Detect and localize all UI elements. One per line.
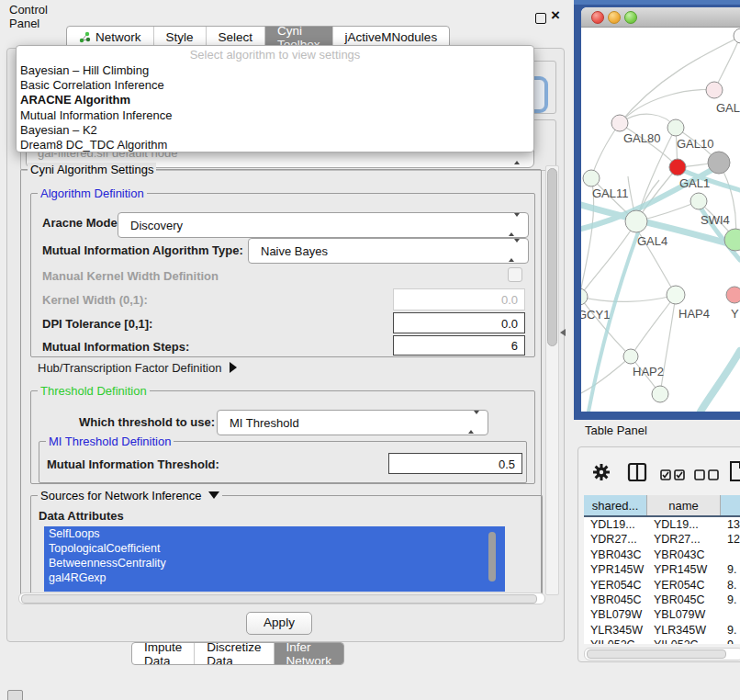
column-header[interactable]: A: [721, 495, 740, 515]
table-cell[interactable]: YLR345W: [584, 623, 647, 638]
table-cell[interactable]: [721, 548, 740, 562]
settings-hscrollbar[interactable]: [18, 593, 545, 604]
split-columns-icon[interactable]: [627, 462, 647, 486]
list-item[interactable]: BetweennessCentrality: [44, 556, 505, 570]
table-cell[interactable]: YDL19...: [584, 517, 647, 532]
table-cell[interactable]: YBR045C: [647, 593, 721, 607]
settings-hscrollbar-thumb[interactable]: [21, 594, 537, 604]
network-node[interactable]: [669, 159, 686, 175]
table-row[interactable]: YDL19...YDL19...13: [584, 517, 740, 532]
table-row[interactable]: YBR043CYBR043C: [584, 548, 740, 562]
network-window-titlebar[interactable]: [581, 7, 740, 28]
popup-item-bayesian-hill-climbing[interactable]: Bayesian – Hill Climbing: [17, 63, 533, 78]
deselect-checkboxes-icon[interactable]: [694, 468, 719, 484]
apply-button[interactable]: Apply: [246, 612, 312, 635]
network-node[interactable]: [708, 152, 730, 174]
popup-item-aracne[interactable]: ARACNE Algorithm: [17, 93, 533, 107]
minimize-traffic-light[interactable]: [608, 11, 621, 24]
table-cell[interactable]: YLR345W: [647, 623, 721, 638]
table-row[interactable]: YDR27...YDR27...12: [584, 532, 740, 547]
list-item[interactable]: SelfLoops: [44, 526, 505, 541]
hub-definition-toggle[interactable]: Hub/Transcription Factor Definition: [38, 361, 237, 375]
table-cell[interactable]: YPR145W: [647, 562, 721, 577]
network-node[interactable]: [611, 115, 628, 131]
network-node[interactable]: [726, 287, 740, 303]
table-row[interactable]: YBL079WYBL079W: [584, 607, 740, 622]
algorithm-definition-group: Algorithm Definition Aracne Mode: Discov…: [30, 193, 535, 357]
aracne-mode-combo[interactable]: Discovery: [118, 212, 529, 238]
column-header[interactable]: shared...: [584, 495, 647, 515]
mi-steps-field[interactable]: 6: [393, 335, 525, 356]
manual-kernel-checkbox[interactable]: [508, 267, 522, 282]
table-cell[interactable]: YER054C: [647, 578, 721, 593]
network-node[interactable]: [581, 288, 588, 305]
settings-scrollbar-thumb[interactable]: [547, 168, 557, 346]
table-cell[interactable]: YBR045C: [584, 593, 647, 607]
network-node[interactable]: [706, 82, 723, 98]
kernel-width-field[interactable]: 0.0: [393, 288, 525, 310]
table-row[interactable]: YPR145WYPR145W9.: [584, 562, 740, 577]
network-node[interactable]: [625, 210, 647, 232]
table-row[interactable]: YER054CYER054C8.: [584, 578, 740, 593]
tab-discretize-data[interactable]: Discretize Data: [194, 643, 273, 664]
table-hscrollbar[interactable]: [584, 648, 740, 660]
network-node[interactable]: [734, 28, 740, 43]
list-item[interactable]: TopologicalCoefficient: [44, 541, 505, 556]
popup-item-basic-correlation[interactable]: Basic Correlation Inference: [17, 78, 533, 93]
table-cell[interactable]: YDR27...: [647, 532, 721, 547]
popup-item-dream8[interactable]: Dream8 DC_TDC Algorithm: [17, 138, 533, 152]
network-node[interactable]: [583, 170, 600, 186]
popup-item-bayesian-k2[interactable]: Bayesian – K2: [17, 123, 533, 138]
dpi-tolerance-field[interactable]: 0.0: [393, 312, 525, 333]
table-cell[interactable]: 13: [721, 517, 740, 532]
popup-item-mutual-information[interactable]: Mutual Information Inference: [17, 108, 533, 123]
table-cell[interactable]: YPR145W: [584, 562, 647, 577]
list-scrollbar-thumb[interactable]: [488, 532, 496, 581]
minimized-panel-icon[interactable]: [7, 690, 23, 700]
table-row[interactable]: YBR045CYBR045C9.: [584, 593, 740, 607]
float-icon[interactable]: [535, 13, 546, 24]
mi-threshold-field[interactable]: 0.5: [388, 453, 522, 474]
table-cell[interactable]: 12: [721, 532, 740, 547]
close-icon[interactable]: ×: [551, 7, 560, 24]
table-cell[interactable]: [721, 607, 740, 622]
network-node[interactable]: [667, 286, 685, 304]
mi-type-combo[interactable]: Naive Bayes: [248, 238, 529, 264]
table-row[interactable]: YIL052CYIL052C9: [584, 638, 740, 644]
zoom-traffic-light[interactable]: [624, 11, 637, 24]
network-node[interactable]: [667, 119, 684, 136]
column-header[interactable]: name: [647, 495, 721, 515]
table-cell[interactable]: YIL052C: [584, 638, 647, 644]
table-cell[interactable]: YBL079W: [647, 607, 721, 622]
table-cell[interactable]: 9: [721, 638, 740, 644]
table-cell[interactable]: YBL079W: [584, 607, 647, 622]
select-all-checkboxes-icon[interactable]: [660, 468, 685, 484]
network-node[interactable]: [652, 386, 668, 402]
table-cell[interactable]: 9.: [721, 593, 740, 607]
sources-group-title[interactable]: Sources for Network Inference: [38, 489, 222, 502]
table-cell[interactable]: 8.: [721, 578, 740, 593]
table-cell[interactable]: YBR043C: [647, 548, 721, 562]
network-node[interactable]: [623, 349, 638, 364]
table-cell[interactable]: 9.: [721, 623, 740, 638]
network-node[interactable]: [690, 193, 707, 209]
table-cell[interactable]: YIL052C: [647, 638, 721, 644]
table-hscrollbar-thumb[interactable]: [587, 649, 726, 659]
which-threshold-combo[interactable]: MI Threshold: [217, 410, 488, 435]
list-item[interactable]: gal4RGexp: [44, 570, 505, 585]
table-row[interactable]: YLR345WYLR345W9.: [584, 623, 740, 638]
page-icon[interactable]: [729, 460, 740, 486]
table-cell[interactable]: YDL19...: [647, 517, 721, 532]
table-cell[interactable]: YER054C: [584, 578, 647, 593]
close-traffic-light[interactable]: [591, 11, 604, 24]
table-cell[interactable]: YDR27...: [584, 532, 647, 547]
tab-impute-data[interactable]: Impute Data: [132, 643, 194, 664]
table-cell[interactable]: YBR043C: [584, 548, 647, 562]
settings-gear-icon[interactable]: [591, 462, 611, 486]
data-attributes-list[interactable]: SelfLoops TopologicalCoefficient Between…: [44, 526, 505, 592]
settings-scrollbar[interactable]: [545, 165, 559, 595]
panel-resize-handle[interactable]: [560, 329, 566, 336]
table-cell[interactable]: 9.: [721, 562, 740, 577]
network-canvas[interactable]: GALGAL80GAL10GAL1GAL11SWI4GAL4GCY1HAP4YH…: [581, 28, 740, 412]
tab-infer-network[interactable]: Infer Network: [274, 643, 344, 664]
